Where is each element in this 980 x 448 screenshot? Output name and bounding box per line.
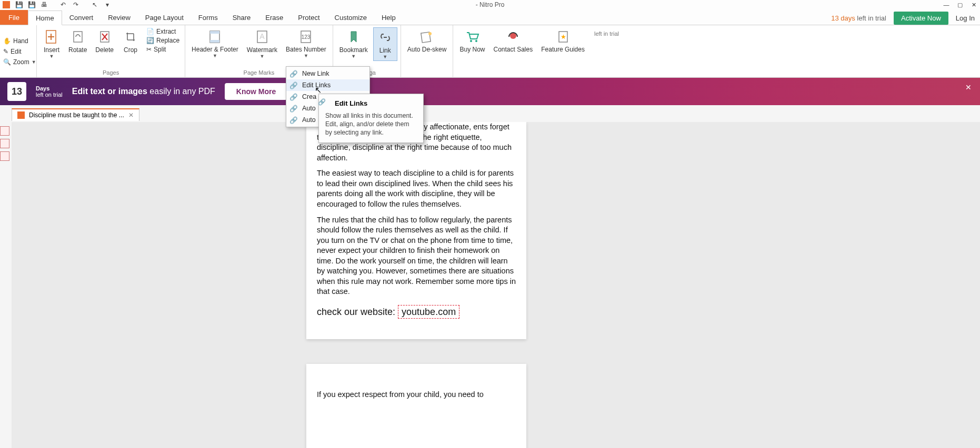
replace-button[interactable]: 🔄Replace	[144, 36, 182, 45]
headset-icon	[505, 28, 522, 45]
svg-text:★: ★	[560, 33, 566, 40]
ribbon: ✋Hand ✎Edit 🔍Zoom▼ Insert▼ Rotate Delete…	[0, 25, 980, 78]
save-icon[interactable]: 💾	[14, 1, 24, 9]
close-button[interactable]: ✕	[967, 1, 980, 9]
chevron-down-icon: ▼	[213, 53, 217, 58]
website-line: check our website: youtube.com	[317, 306, 516, 318]
sidebar-panel-1[interactable]	[0, 126, 9, 136]
svg-rect-9	[210, 31, 219, 34]
tab-page-layout[interactable]: Page Layout	[138, 10, 191, 25]
window-controls: — ▢ ✕	[940, 1, 980, 9]
watermark-button[interactable]: AWatermark▼	[244, 27, 281, 60]
tab-review[interactable]: Review	[101, 10, 138, 25]
document-tab-title: Discipline must be taught to the ...	[29, 111, 124, 119]
tab-customize[interactable]: Customize	[327, 10, 374, 25]
link-icon: 🔗	[289, 104, 298, 113]
chevron-down-icon: ▼	[49, 54, 54, 59]
trial-hint: left in trial	[591, 28, 622, 39]
save-all-icon[interactable]: 💾	[26, 1, 37, 9]
document-tab[interactable]: Discipline must be taught to the ... ✕	[12, 108, 139, 121]
link-icon: 🔗	[289, 93, 298, 101]
menu-new-link[interactable]: 🔗New Link	[286, 68, 369, 79]
sidebar-panel-2[interactable]	[0, 139, 9, 148]
svg-point-18	[475, 40, 477, 42]
svg-text:A: A	[259, 32, 265, 40]
menu-edit-links[interactable]: 🔗Edit Links	[286, 79, 369, 91]
hand-tool[interactable]: ✋Hand	[3, 36, 33, 46]
file-tab[interactable]: File	[0, 10, 28, 25]
window-title: - Nitro Pro	[476, 1, 505, 8]
group-label: Pages	[40, 68, 182, 78]
tab-protect[interactable]: Protect	[291, 10, 327, 25]
rotate-icon	[69, 28, 86, 45]
promo-message: Edit text or images easily in any PDF	[72, 87, 215, 96]
buy-now-button[interactable]: Buy Now	[456, 27, 488, 54]
svg-rect-10	[210, 40, 219, 43]
tab-share[interactable]: Share	[225, 10, 258, 25]
print-icon[interactable]: 🖶	[39, 1, 49, 9]
group-pages: Insert▼ Rotate Delete Crop 📄Extract 🔄Rep…	[37, 25, 185, 78]
trial-days: 13 days	[831, 14, 855, 22]
link-button[interactable]: Link▼	[373, 27, 397, 61]
auto-deskew-button[interactable]: Auto De-skew	[404, 27, 450, 54]
sidebar	[0, 122, 12, 161]
promo-days-text: Daysleft on trial	[36, 85, 63, 98]
know-more-button[interactable]: Know More	[225, 83, 287, 100]
tab-help[interactable]: Help	[374, 10, 403, 25]
promo-close-button[interactable]: ✕	[965, 83, 975, 93]
bookmark-icon	[345, 28, 362, 45]
sidebar-panel-3[interactable]	[0, 151, 9, 161]
paragraph: The rules that the child has to follow r…	[317, 215, 516, 298]
pdf-page-1: ild is very affectionate, ents forget th…	[306, 122, 526, 339]
contact-sales-button[interactable]: Contact Sales	[491, 27, 536, 54]
bates-button[interactable]: 123Bates Number▼	[283, 27, 329, 59]
maximize-button[interactable]: ▢	[954, 1, 966, 9]
paragraph: If you expect respect from your child, y…	[317, 390, 516, 399]
header-footer-button[interactable]: Header & Footer▼	[188, 27, 242, 59]
activate-button[interactable]: Activate Now	[894, 12, 948, 25]
extract-icon: 📄	[146, 28, 154, 35]
pointer-icon[interactable]: ↖	[89, 1, 100, 9]
tab-convert[interactable]: Convert	[62, 10, 101, 25]
select-dropdown-icon[interactable]: ▾	[102, 1, 113, 9]
edit-tool[interactable]: ✎Edit	[3, 47, 33, 56]
nitro-icon[interactable]	[1, 1, 12, 9]
promo-days-number: 13	[7, 82, 26, 101]
close-tab-button[interactable]: ✕	[128, 111, 134, 119]
crop-button[interactable]: Crop	[119, 27, 142, 55]
watermark-icon: A	[254, 28, 271, 45]
right-header: 13 days left in trial Activate Now Log I…	[831, 12, 975, 25]
insert-button[interactable]: Insert▼	[40, 27, 63, 60]
bookmark-button[interactable]: Bookmark▼	[336, 27, 371, 60]
crop-icon	[122, 28, 139, 45]
redo-icon[interactable]: ↷	[71, 1, 81, 9]
extract-button[interactable]: 📄Extract	[144, 27, 182, 36]
document-viewport[interactable]: ild is very affectionate, ents forget th…	[12, 122, 980, 448]
group-shop: Buy Now Contact Sales ★Feature Guides le…	[453, 25, 591, 78]
ribbon-left-tools: ✋Hand ✎Edit 🔍Zoom▼	[0, 25, 37, 77]
undo-icon[interactable]: ↶	[58, 1, 68, 9]
rotate-button[interactable]: Rotate	[65, 27, 90, 55]
link-annotation[interactable]: youtube.com	[398, 305, 459, 319]
hand-icon: ✋	[3, 37, 11, 45]
tab-erase[interactable]: Erase	[258, 10, 291, 25]
svg-text:123: 123	[302, 34, 311, 40]
tab-forms[interactable]: Forms	[191, 10, 225, 25]
split-button[interactable]: ✂Split	[144, 45, 182, 54]
login-button[interactable]: Log In	[956, 14, 975, 22]
link-icon	[377, 29, 394, 46]
tab-home[interactable]: Home	[28, 11, 62, 25]
delete-button[interactable]: Delete	[92, 27, 117, 55]
minimize-button[interactable]: —	[940, 1, 953, 9]
quick-access-toolbar: 💾 💾 🖶 ↶ ↷ ↖ ▾	[0, 1, 113, 9]
chevron-down-icon: ▼	[32, 59, 36, 65]
deskew-icon	[418, 28, 435, 45]
chevron-down-icon: ▼	[259, 54, 264, 59]
star-doc-icon: ★	[555, 28, 572, 45]
website-label: check our website:	[317, 307, 398, 317]
chevron-down-icon: ▼	[304, 53, 308, 58]
feature-guides-button[interactable]: ★Feature Guides	[538, 27, 588, 54]
title-bar: 💾 💾 🖶 ↶ ↷ ↖ ▾ - Nitro Pro — ▢ ✕	[0, 0, 980, 9]
trial-left: left in trial	[857, 14, 886, 22]
zoom-tool[interactable]: 🔍Zoom▼	[3, 57, 33, 67]
